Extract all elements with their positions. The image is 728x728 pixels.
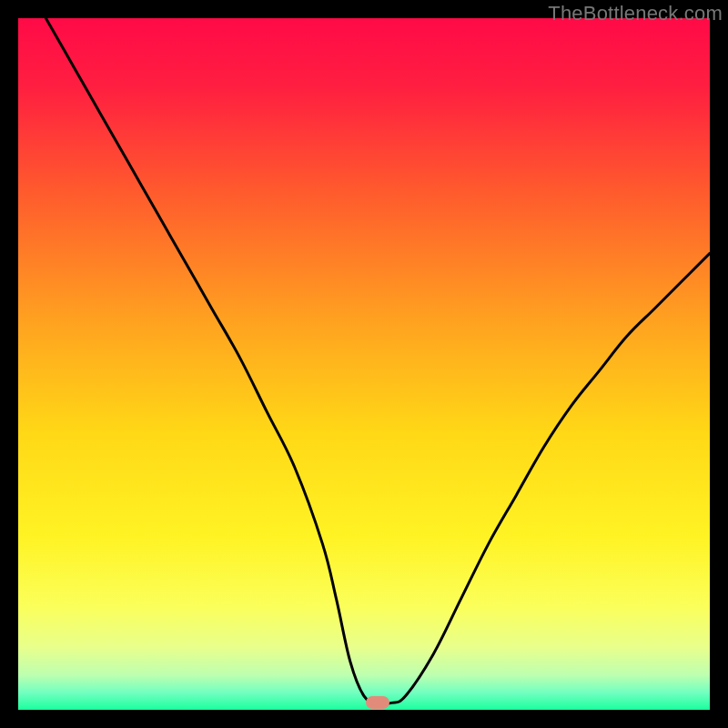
gradient-background [18,18,710,710]
optimum-marker [366,696,389,709]
svg-rect-0 [18,18,710,710]
watermark-label: TheBottleneck.com [548,2,723,25]
chart-frame: TheBottleneck.com [0,0,728,728]
plot-area [18,18,710,710]
